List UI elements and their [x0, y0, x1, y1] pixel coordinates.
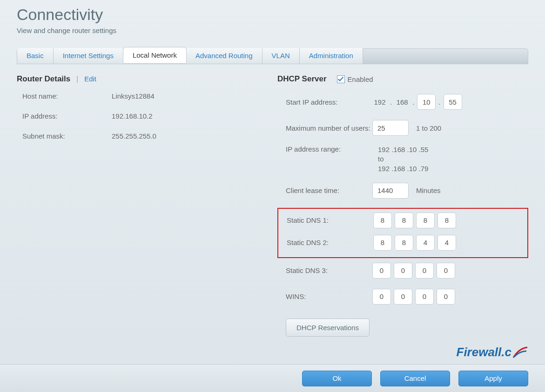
host-name-row: Host name: Linksys12884	[22, 92, 259, 100]
dns1-d-input[interactable]	[437, 213, 456, 228]
dhcp-title: DHCP Server	[277, 74, 327, 84]
start-ip-oct3-input[interactable]	[417, 94, 436, 110]
dns1-row: Static DNS 1:	[287, 212, 525, 229]
wins-d-input[interactable]	[437, 289, 455, 305]
brand-text: Firewall.c	[457, 345, 512, 359]
dns2-row: Static DNS 2:	[287, 234, 525, 252]
subnet-mask-row: Subnet mask: 255.255.255.0	[22, 132, 259, 140]
ip-range-value: 192 .168 .10 .55 to 192 .168 .10 .79	[378, 145, 428, 173]
tab-advanced-routing[interactable]: Advanced Routing	[186, 48, 262, 64]
ok-button[interactable]: Ok	[302, 371, 372, 386]
content-area: Router Details | Edit Host name: Linksys…	[17, 74, 528, 337]
dns2-b-input[interactable]	[395, 235, 413, 251]
dhcp-section: DHCP Server Enabled Start IP address: 19…	[277, 74, 528, 337]
dns2-c-input[interactable]	[416, 235, 435, 251]
max-users-label: Maximum number of users:	[286, 124, 372, 132]
lease-time-unit: Minutes	[416, 186, 441, 194]
wins-row: WINS:	[286, 288, 528, 306]
dns3-c-input[interactable]	[415, 263, 434, 279]
page-header: Connectivity View and change router sett…	[0, 0, 545, 39]
page-title: Connectivity	[17, 6, 528, 24]
host-name-value: Linksys12884	[112, 92, 155, 100]
max-users-input[interactable]	[372, 120, 409, 136]
ip-range-label: IP address range:	[286, 145, 372, 153]
dns3-row: Static DNS 3:	[286, 262, 528, 279]
dhcp-enabled-checkbox[interactable]	[337, 75, 345, 83]
dns3-a-input[interactable]	[372, 263, 391, 279]
dns-highlight-box: Static DNS 1: Static DNS 2:	[277, 208, 528, 258]
dns3-b-input[interactable]	[394, 263, 412, 279]
dns1-label: Static DNS 1:	[287, 216, 373, 224]
dns1-a-input[interactable]	[373, 213, 392, 228]
dns3-label: Static DNS 3:	[286, 266, 372, 274]
ip-range-to: 192 .168 .10 .79	[378, 164, 428, 173]
dhcp-heading: DHCP Server Enabled	[277, 74, 528, 84]
start-ip-row: Start IP address: 192 . 168 . .	[286, 93, 528, 111]
ip-address-label: IP address:	[22, 112, 112, 120]
dns2-a-input[interactable]	[373, 235, 392, 251]
cancel-button[interactable]: Cancel	[380, 371, 450, 386]
max-users-row: Maximum number of users: 1 to 200	[286, 119, 528, 137]
page-subtitle: View and change router settings	[17, 27, 528, 34]
tab-internet-settings[interactable]: Internet Settings	[54, 48, 123, 64]
edit-link[interactable]: Edit	[84, 75, 96, 83]
dns1-c-input[interactable]	[416, 213, 435, 228]
footer-bar: Ok Cancel Apply	[0, 364, 545, 392]
subnet-mask-label: Subnet mask:	[22, 132, 112, 140]
lease-time-row: Client lease time: Minutes	[286, 182, 528, 199]
wins-label: WINS:	[286, 292, 372, 300]
heading-divider: |	[76, 74, 78, 83]
dns1-b-input[interactable]	[395, 213, 413, 228]
start-ip-oct2: 168	[395, 98, 410, 106]
wins-a-input[interactable]	[372, 289, 391, 305]
lease-time-label: Client lease time:	[286, 186, 372, 194]
dns2-label: Static DNS 2:	[287, 239, 373, 246]
start-ip-oct4-input[interactable]	[444, 94, 462, 110]
brand-logo: Firewall.c	[457, 345, 529, 359]
tab-basic[interactable]: Basic	[17, 48, 54, 64]
dns3-d-input[interactable]	[437, 263, 455, 279]
max-users-hint: 1 to 200	[416, 124, 441, 132]
check-icon	[337, 76, 344, 82]
ip-range-from: 192 .168 .10 .55	[378, 145, 428, 154]
apply-button[interactable]: Apply	[458, 371, 528, 386]
wins-b-input[interactable]	[394, 289, 412, 305]
tabs-bar: Basic Internet Settings Local Network Ad…	[17, 48, 528, 64]
ip-address-row: IP address: 192.168.10.2	[22, 112, 259, 120]
wins-c-input[interactable]	[415, 289, 434, 305]
lease-time-input[interactable]	[372, 183, 409, 199]
dns2-d-input[interactable]	[437, 235, 456, 251]
tab-local-network[interactable]: Local Network	[123, 47, 187, 63]
brand-swoosh-icon	[512, 345, 528, 359]
tab-vlan[interactable]: VLAN	[262, 48, 300, 64]
router-details-title: Router Details	[17, 74, 70, 83]
dhcp-enabled-label: Enabled	[348, 75, 373, 83]
ip-range-to-word: to	[378, 154, 428, 164]
ip-address-value: 192.168.10.2	[112, 112, 153, 120]
tab-administration[interactable]: Administration	[300, 48, 363, 64]
router-details-heading: Router Details | Edit	[17, 74, 259, 84]
start-ip-oct1: 192	[372, 98, 387, 106]
host-name-label: Host name:	[22, 92, 112, 100]
start-ip-label: Start IP address:	[286, 98, 372, 106]
ip-range-row: IP address range: 192 .168 .10 .55 to 19…	[286, 145, 528, 173]
dhcp-reservations-button[interactable]: DHCP Reservations	[286, 319, 370, 337]
router-details-section: Router Details | Edit Host name: Linksys…	[17, 74, 259, 337]
subnet-mask-value: 255.255.255.0	[112, 132, 156, 140]
